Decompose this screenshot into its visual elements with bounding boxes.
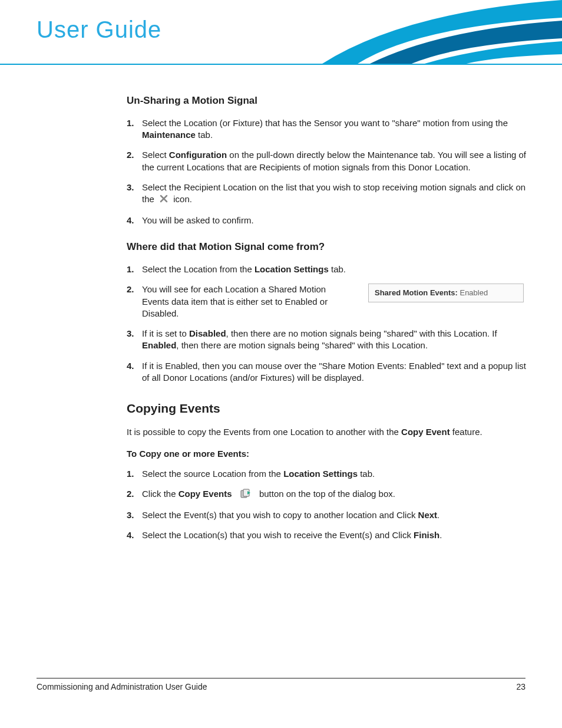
page: User Guide Un-Sharing a Motion Signal Se…	[0, 0, 562, 728]
step-text: If it is Enabled, then you can mouse ove…	[142, 361, 526, 383]
bold-text: Location Settings	[283, 469, 358, 479]
step-text: Select	[142, 150, 169, 160]
list-item: You will see for each Location a Shared …	[127, 284, 527, 319]
step-text: .	[439, 530, 442, 540]
step-text: You will see for each Location a Shared …	[142, 284, 354, 319]
header-title: User Guide	[37, 17, 161, 43]
bold-text: Copy Event	[401, 427, 450, 437]
step-text: Select the Location (or Fixture) that ha…	[142, 118, 508, 128]
bold-text: Finish	[414, 530, 439, 540]
footer-page-number: 23	[516, 682, 525, 691]
list-item: Select the source Location from the Loca…	[127, 468, 527, 480]
copying-intro: It is possible to copy the Events from o…	[127, 426, 527, 438]
section-heading-where: Where did that Motion Signal come from?	[127, 241, 527, 254]
step-text: tab.	[196, 130, 213, 140]
step-text: button on the top of the dialog box.	[259, 489, 395, 499]
content-area: Un-Sharing a Motion Signal Select the Lo…	[0, 65, 562, 541]
list-item: Click the Copy Events button on the top …	[127, 488, 527, 501]
list-item: Select the Location (or Fixture) that ha…	[127, 117, 527, 141]
list-item: You will be asked to confirm.	[127, 215, 527, 226]
step-text: tab.	[358, 469, 375, 479]
step-text: If it is set to	[142, 328, 189, 338]
step-text: tab.	[329, 264, 346, 274]
step-text: icon.	[173, 194, 192, 204]
header-swoosh-graphic	[285, 0, 562, 65]
bold-text: Maintenance	[142, 130, 196, 140]
step-text: , then there are motion signals being "s…	[176, 340, 428, 350]
where-steps: Select the Location from the Location Se…	[127, 263, 527, 384]
intro-text: It is possible to copy the Events from o…	[127, 427, 401, 437]
step-text: .	[437, 510, 439, 520]
bold-text: Disabled	[189, 328, 226, 338]
step-text: You will be asked to confirm.	[142, 215, 254, 225]
bold-text: Copy Events	[178, 489, 232, 499]
list-item: Select the Location from the Location Se…	[127, 263, 527, 275]
list-item: If it is Enabled, then you can mouse ove…	[127, 360, 527, 384]
section-heading-copying: Copying Events	[127, 400, 527, 417]
shared-motion-events-box: Shared Motion Events: Enabled	[368, 284, 524, 302]
bold-text: Next	[418, 510, 438, 520]
delete-x-icon	[159, 194, 168, 206]
list-item: Select the Event(s) that you wish to cop…	[127, 509, 527, 521]
step-text: Select the Event(s) that you wish to cop…	[142, 510, 418, 520]
page-footer: Commissioning and Administration User Gu…	[37, 678, 525, 691]
intro-text: feature.	[450, 427, 482, 437]
bold-text: Location Settings	[254, 264, 329, 274]
section-heading-unsharing: Un-Sharing a Motion Signal	[127, 94, 527, 108]
page-header: User Guide	[0, 0, 562, 65]
copying-subheading: To Copy one or more Events:	[127, 448, 527, 460]
bold-text: Enabled	[142, 340, 176, 350]
footer-left: Commissioning and Administration User Gu…	[37, 682, 207, 691]
list-item: Select Configuration on the pull-down di…	[127, 149, 527, 173]
step-text: Select the source Location from the	[142, 469, 283, 479]
copy-events-icon	[240, 489, 251, 501]
step-text: Select the Location(s) that you wish to …	[142, 530, 414, 540]
sme-label: Shared Motion Events:	[375, 288, 458, 297]
step-text: Click the	[142, 489, 178, 499]
list-item: Select the Location(s) that you wish to …	[127, 529, 527, 541]
bold-text: Configuration	[169, 150, 227, 160]
step-text: Select the Location from the	[142, 264, 254, 274]
unsharing-steps: Select the Location (or Fixture) that ha…	[127, 117, 527, 226]
step-text: Select the Recipient Location on the lis…	[142, 182, 525, 204]
list-item: Select the Recipient Location on the lis…	[127, 182, 527, 206]
copying-steps: Select the source Location from the Loca…	[127, 468, 527, 541]
step-text: , then there are no motion signals being…	[226, 328, 497, 338]
list-item: If it is set to Disabled, then there are…	[127, 328, 527, 352]
sme-value: Enabled	[458, 288, 488, 297]
